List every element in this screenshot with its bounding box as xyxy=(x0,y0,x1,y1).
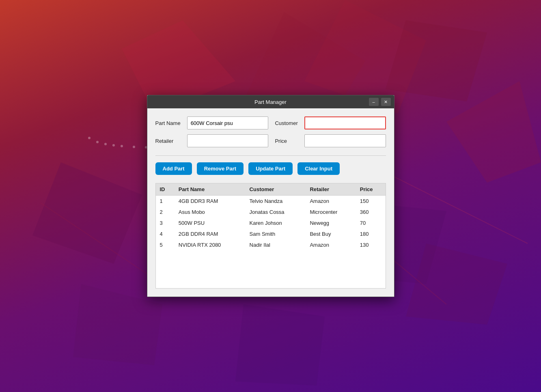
parts-table-wrapper: ID Part Name Customer Retailer Price 14G… xyxy=(155,183,386,289)
svg-point-10 xyxy=(104,143,107,145)
svg-point-13 xyxy=(133,146,135,148)
close-button[interactable]: ✕ xyxy=(381,98,391,106)
table-row[interactable]: 14GB DDR3 RAMTelvio NandzaAmazon150 xyxy=(156,196,386,207)
col-customer: Customer xyxy=(246,183,306,196)
table-row[interactable]: 5NVIDIA RTX 2080Nadir IlalAmazon130 xyxy=(156,239,386,250)
svg-point-12 xyxy=(121,145,123,147)
button-row: Add Part Remove Part Update Part Clear I… xyxy=(155,162,386,175)
update-part-button[interactable]: Update Part xyxy=(248,162,293,175)
col-id: ID xyxy=(156,183,175,196)
remove-part-button[interactable]: Remove Part xyxy=(197,162,244,175)
svg-marker-7 xyxy=(235,304,325,386)
part-manager-window: Part Manager – ✕ Part Name Customer Reta… xyxy=(147,95,394,297)
svg-line-19 xyxy=(41,203,162,284)
window-title: Part Manager xyxy=(254,99,287,105)
svg-marker-4 xyxy=(32,162,142,264)
part-name-input[interactable] xyxy=(187,116,269,129)
table-row[interactable]: 3500W PSUKaren JohsonNewegg70 xyxy=(156,218,386,228)
form-grid: Part Name Customer Retailer Price xyxy=(155,116,386,147)
parts-table-scroll[interactable]: ID Part Name Customer Retailer Price 14G… xyxy=(156,183,386,288)
window-body: Part Name Customer Retailer Price Add Pa… xyxy=(147,108,394,297)
svg-point-9 xyxy=(96,141,99,143)
col-retailer: Retailer xyxy=(306,183,356,196)
price-label: Price xyxy=(275,138,297,144)
col-part-name: Part Name xyxy=(175,183,246,196)
table-header: ID Part Name Customer Retailer Price xyxy=(156,183,386,196)
table-row[interactable]: 2Asus MoboJonatas CossaMicrocenter360 xyxy=(156,207,386,218)
svg-point-11 xyxy=(112,144,115,146)
retailer-label: Retailer xyxy=(155,138,181,144)
clear-input-button[interactable]: Clear Input xyxy=(297,162,340,175)
table-row[interactable]: 42GB DDR4 RAMSam SmithBest Buy180 xyxy=(156,228,386,239)
price-input[interactable] xyxy=(304,134,386,147)
title-bar-controls: – ✕ xyxy=(369,98,391,106)
table-header-row: ID Part Name Customer Retailer Price xyxy=(156,183,386,196)
retailer-input[interactable] xyxy=(187,134,269,147)
customer-input[interactable] xyxy=(304,116,386,129)
col-price: Price xyxy=(356,183,386,196)
minimize-button[interactable]: – xyxy=(369,98,379,106)
table-body: 14GB DDR3 RAMTelvio NandzaAmazon1502Asus… xyxy=(156,196,386,251)
divider xyxy=(155,155,386,156)
part-name-label: Part Name xyxy=(155,120,181,126)
title-bar: Part Manager – ✕ xyxy=(147,95,394,108)
svg-marker-16 xyxy=(406,243,507,325)
parts-table: ID Part Name Customer Retailer Price 14G… xyxy=(156,183,386,250)
svg-marker-15 xyxy=(446,81,541,183)
customer-label: Customer xyxy=(275,120,297,126)
add-part-button[interactable]: Add Part xyxy=(155,162,192,175)
svg-point-8 xyxy=(88,137,91,139)
svg-marker-3 xyxy=(386,20,487,101)
